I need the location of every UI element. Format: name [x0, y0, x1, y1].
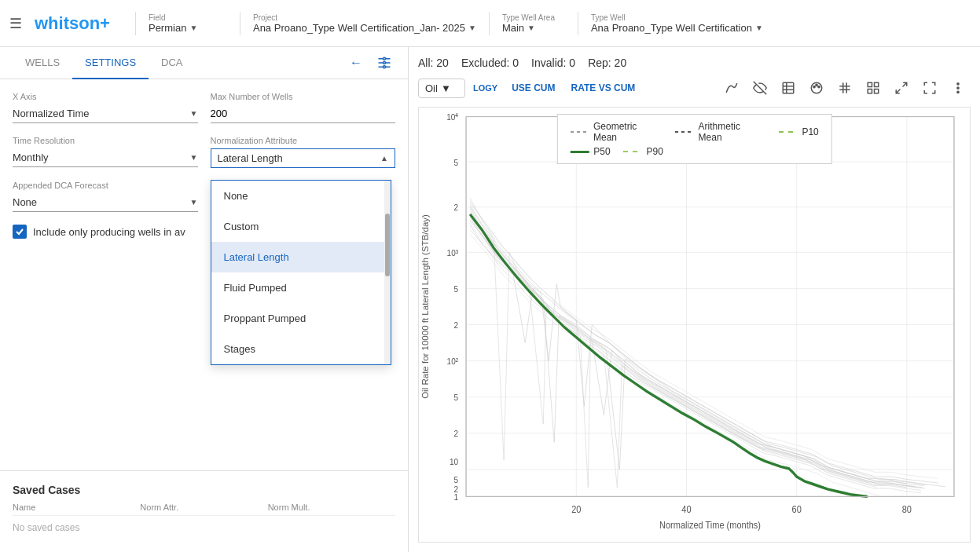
include-wells-label: Include only producing wells in av: [33, 226, 185, 238]
project-value: Ana Proano_Type Well Certification_Jan- …: [253, 22, 465, 34]
time-resolution-group: Time Resolution Monthly ▼: [13, 136, 198, 168]
svg-point-2: [384, 66, 386, 68]
fullscreen-icon[interactable]: [917, 75, 942, 101]
field-select[interactable]: Permian ▼: [149, 22, 227, 34]
typearea-value: Main: [502, 22, 524, 34]
dropdown-item-stages[interactable]: Stages: [211, 334, 391, 364]
max-wells-label: Max Number of Wells: [211, 92, 396, 101]
appended-dca-group: Appended DCA Forecast None ▼: [13, 181, 198, 212]
chart-legend: Geometric Mean Arithmetic Mean P10 P50: [556, 114, 832, 164]
chart-svg: 10⁴ 5 2 10³ 5 2 10² 5 2 10 5 2 1 20 40 6…: [419, 108, 970, 542]
norm-attribute-dropdown: None Custom Lateral Length Fluid Pumped: [211, 180, 391, 365]
norm-attribute-select[interactable]: Lateral Length ▲: [211, 148, 396, 168]
curve-icon[interactable]: [719, 75, 744, 101]
use-cum-button[interactable]: USE CUM: [505, 79, 561, 97]
stats-invalid: Invalid: 0: [531, 57, 575, 69]
legend-p90: P90: [623, 146, 663, 157]
x-axis-value: Normalized Time: [13, 108, 90, 119]
legend-p10: P10: [778, 126, 818, 137]
saved-cases: Saved Cases Name Norm Attr. Norm Mult. N…: [0, 470, 408, 552]
chart-area: Geometric Mean Arithmetic Mean P10 P50: [418, 107, 971, 543]
p90-label: P90: [647, 146, 663, 157]
svg-text:5: 5: [454, 393, 459, 403]
typewell-select[interactable]: Ana Proano_Type Well Certification ▼: [591, 22, 764, 34]
field-value: Permian: [149, 22, 186, 34]
norm-attribute-label: Normalization Attribute: [211, 136, 396, 145]
legend-arithmetic-mean: Arithmetic Mean: [675, 121, 766, 143]
typearea-select[interactable]: Main ▼: [502, 22, 565, 34]
legend-row-2: P50 P90: [570, 146, 819, 157]
time-resolution-value: Monthly: [13, 152, 49, 163]
time-resolution-select[interactable]: Monthly ▼: [13, 148, 198, 167]
grid-icon[interactable]: [832, 75, 857, 101]
x-axis-select[interactable]: Normalized Time ▼: [13, 104, 198, 123]
tab-dca[interactable]: DCA: [149, 47, 195, 79]
svg-text:2: 2: [454, 320, 459, 330]
typewell-arrow-icon: ▼: [755, 24, 763, 32]
norm-attribute-arrow-icon: ▲: [380, 154, 388, 163]
palette-icon[interactable]: [804, 75, 829, 101]
more-icon[interactable]: [945, 75, 971, 101]
nav-typewell: Type Well Ana Proano_Type Well Certifica…: [591, 13, 764, 34]
logo: whitson+: [35, 13, 116, 34]
rate-vs-cum-button[interactable]: RATE VS CUM: [565, 79, 642, 97]
appended-dca-arrow-icon: ▼: [190, 198, 198, 207]
appended-dca-select[interactable]: None ▼: [13, 193, 198, 212]
nav-divider-3: [489, 12, 490, 35]
include-wells-checkbox[interactable]: [13, 225, 27, 239]
right-panel: All: 20 Excluded: 0 Invalid: 0 Rep: 20 O…: [409, 47, 980, 552]
dropdown-item-none[interactable]: None: [211, 181, 391, 211]
svg-point-0: [384, 57, 386, 60]
max-wells-input[interactable]: [211, 104, 396, 123]
svg-text:5: 5: [454, 283, 459, 294]
svg-text:40: 40: [681, 503, 692, 515]
stats-rep: Rep: 20: [588, 57, 626, 69]
hamburger-icon[interactable]: ☰: [9, 15, 22, 32]
oil-arrow-icon: ▼: [441, 82, 451, 94]
logy-button[interactable]: LOGY: [468, 75, 502, 101]
saved-cases-title: Saved Cases: [13, 484, 395, 496]
saved-cases-header: Name Norm Attr. Norm Mult.: [13, 503, 395, 516]
svg-text:10: 10: [450, 456, 458, 466]
oil-select[interactable]: Oil ▼: [418, 79, 465, 98]
settings-content: X Axis Normalized Time ▼ Max Number of W…: [0, 79, 408, 470]
zoom-fit-icon[interactable]: [889, 75, 914, 101]
geometric-mean-label: Geometric Mean: [593, 121, 663, 143]
x-axis-label: X Axis: [13, 92, 198, 101]
tab-wells[interactable]: WELLS: [13, 47, 72, 79]
p10-label: P10: [802, 126, 818, 137]
legend-p50: P50: [570, 146, 610, 157]
max-wells-group: Max Number of Wells: [211, 92, 396, 123]
p50-label: P50: [593, 146, 610, 157]
appended-dca-value: None: [13, 196, 37, 208]
typearea-label: Type Well Area: [502, 13, 565, 22]
header-norm-attr: Norm Attr.: [140, 503, 267, 512]
time-resolution-label: Time Resolution: [13, 136, 198, 145]
nav-field: Field Permian ▼: [149, 13, 227, 34]
project-select[interactable]: Ana Proano_Type Well Certification_Jan- …: [253, 22, 476, 34]
dropdown-item-fluid-pumped[interactable]: Fluid Pumped: [211, 272, 391, 303]
time-resolution-arrow-icon: ▼: [190, 153, 198, 162]
layout-icon[interactable]: [861, 75, 886, 101]
svg-rect-24: [868, 90, 872, 93]
stats-excluded: Excluded: 0: [461, 57, 519, 69]
typewell-value: Ana Proano_Type Well Certification: [591, 22, 752, 34]
svg-text:10²: 10²: [447, 356, 459, 367]
dropdown-item-proppant-pumped[interactable]: Proppant Pumped: [211, 303, 391, 334]
back-button[interactable]: ←: [345, 52, 367, 74]
form-row-1: X Axis Normalized Time ▼ Max Number of W…: [13, 92, 395, 123]
tabs-left: WELLS SETTINGS DCA: [13, 47, 196, 79]
legend-row-1: Geometric Mean Arithmetic Mean P10: [570, 121, 819, 143]
dropdown-item-custom[interactable]: Custom: [211, 211, 391, 242]
stats-bar: All: 20 Excluded: 0 Invalid: 0 Rep: 20: [418, 57, 971, 69]
svg-rect-25: [875, 90, 879, 93]
eye-off-icon[interactable]: [747, 75, 773, 101]
svg-point-16: [816, 84, 817, 86]
table-icon[interactable]: [776, 75, 801, 101]
tab-settings[interactable]: SETTINGS: [72, 47, 149, 79]
dropdown-item-lateral-length[interactable]: Lateral Length: [211, 242, 391, 272]
tabs-right: ←: [345, 52, 395, 74]
filter-button[interactable]: [373, 52, 395, 74]
svg-text:Oil Rate for 10000 ft Lateral : Oil Rate for 10000 ft Lateral Length (ST…: [421, 214, 430, 399]
nav-typearea: Type Well Area Main ▼: [502, 13, 565, 34]
